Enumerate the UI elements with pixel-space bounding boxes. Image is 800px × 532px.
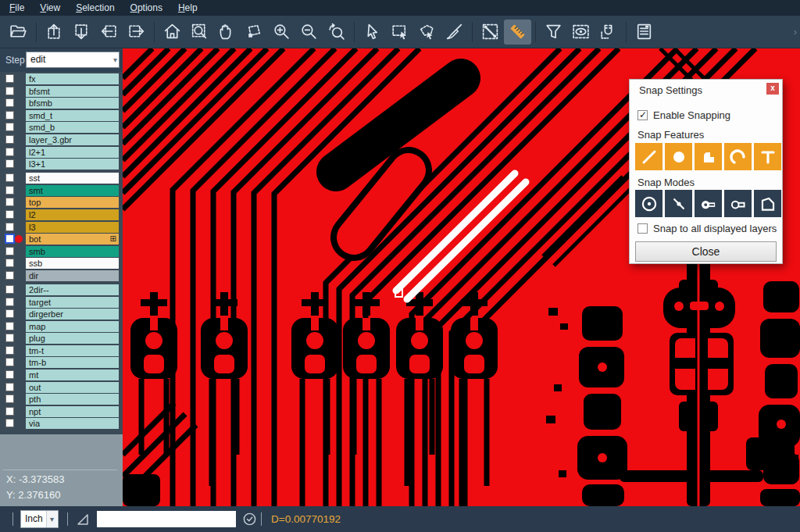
filter-icon[interactable] [540, 20, 567, 45]
snap-feature-pad-button[interactable] [695, 143, 722, 170]
layer-row-target[interactable]: target [0, 297, 123, 308]
enable-snapping-checkbox[interactable] [638, 110, 648, 120]
layer-visibility-checkbox[interactable] [5, 74, 14, 83]
layer-row-dirgerber[interactable]: dirgerber [0, 309, 123, 320]
units-select[interactable]: Inch ▾ [20, 510, 59, 528]
layer-row-l3+1[interactable]: l3+1 [0, 159, 123, 170]
layer-visibility-checkbox[interactable] [5, 334, 14, 342]
layer-visibility-checkbox[interactable] [5, 173, 14, 182]
display-options-eye-icon[interactable] [567, 20, 595, 45]
layer-visibility-checkbox[interactable] [5, 346, 14, 355]
zoom-previous-icon[interactable] [323, 20, 350, 45]
layer-visibility-checkbox[interactable] [5, 159, 14, 168]
chevron-down-icon[interactable]: ▾ [113, 52, 117, 67]
layer-row-pth[interactable]: pth [0, 394, 123, 405]
close-button[interactable]: Close [635, 241, 777, 262]
layer-row-mt[interactable]: mt [0, 370, 123, 380]
angle-corner-icon[interactable] [75, 512, 91, 530]
pan-left-icon[interactable] [95, 20, 123, 45]
layer-visibility-checkbox[interactable] [5, 395, 14, 403]
open-file-icon[interactable] [5, 20, 32, 45]
clear-highlight-brush-icon[interactable] [441, 20, 468, 45]
layer-visibility-checkbox[interactable] [5, 407, 14, 416]
layer-row-fx[interactable]: fx [0, 73, 123, 84]
menu-options[interactable]: Options [123, 0, 170, 16]
layer-visibility-checkbox[interactable] [5, 383, 14, 391]
menu-selection[interactable]: Selection [68, 0, 122, 16]
layer-row-via[interactable]: via [0, 418, 123, 429]
layer-visibility-checkbox[interactable] [5, 247, 14, 255]
layer-row-dir[interactable]: dir [0, 270, 123, 281]
zoom-out-icon[interactable] [295, 20, 323, 45]
layer-row-tm-t[interactable]: tm-t [0, 345, 123, 356]
select-polygon-icon[interactable] [413, 20, 441, 45]
close-icon[interactable]: x [766, 83, 779, 95]
menu-view[interactable]: View [32, 0, 68, 16]
snap-feature-arc-button[interactable] [724, 143, 752, 170]
layer-visibility-checkbox[interactable] [5, 322, 14, 330]
menu-file[interactable]: File [2, 0, 32, 16]
layer-visibility-checkbox[interactable] [5, 148, 14, 156]
layer-visibility-checkbox[interactable] [5, 111, 14, 120]
all-layers-checkbox[interactable] [638, 223, 648, 234]
layer-visibility-checkbox[interactable] [5, 370, 14, 379]
zoom-home-icon[interactable] [159, 20, 186, 45]
zoom-profile-icon[interactable] [241, 20, 268, 45]
layer-row-smt[interactable]: smt [0, 185, 123, 196]
chevron-down-icon[interactable]: ▾ [46, 511, 57, 527]
layer-visibility-checkbox[interactable] [5, 135, 14, 144]
snap-feature-text-button[interactable] [754, 143, 781, 170]
step-select[interactable]: edit ▾ [26, 52, 120, 68]
layer-visibility-checkbox[interactable] [5, 298, 14, 306]
layer-row-top[interactable]: top [0, 197, 123, 208]
snap-magnet-icon[interactable] [595, 20, 622, 45]
layer-visibility-checkbox[interactable] [5, 358, 14, 366]
pan-hand-icon[interactable] [213, 20, 241, 45]
measure-point-to-point-icon[interactable] [477, 20, 504, 45]
layer-row-sst[interactable]: sst [0, 173, 123, 184]
pan-up-icon[interactable] [41, 20, 68, 45]
layer-visibility-checkbox[interactable] [5, 223, 14, 231]
layer-visibility-checkbox[interactable] [5, 259, 14, 267]
layer-visibility-checkbox[interactable] [5, 210, 14, 219]
layer-row-bfsmt[interactable]: bfsmt [0, 86, 123, 97]
layer-row-2dir--[interactable]: 2dir-- [0, 284, 123, 295]
layer-visibility-checkbox[interactable] [5, 87, 14, 95]
measure-input[interactable] [97, 511, 236, 527]
zoom-window-icon[interactable] [186, 20, 213, 45]
snap-mode-pad-outline-button[interactable] [724, 190, 752, 217]
layer-row-bot[interactable]: bot⊞ [0, 234, 123, 245]
layer-visibility-checkbox[interactable] [5, 234, 15, 244]
select-rectangle-icon[interactable] [386, 20, 413, 45]
layer-row-l2+1[interactable]: l2+1 [0, 147, 123, 158]
select-pointer-icon[interactable] [359, 20, 386, 45]
layer-visibility-checkbox[interactable] [5, 123, 14, 131]
layer-visibility-checkbox[interactable] [5, 198, 14, 206]
grid-icon[interactable]: ⊞ [110, 234, 116, 245]
layer-row-map[interactable]: map [0, 321, 123, 332]
layer-row-out[interactable]: out [0, 382, 123, 393]
layer-visibility-checkbox[interactable] [5, 271, 14, 280]
layer-row-tm-b[interactable]: tm-b [0, 357, 123, 368]
layer-visibility-checkbox[interactable] [5, 186, 14, 195]
snap-mode-corner-button[interactable] [754, 190, 781, 217]
pan-right-icon[interactable] [123, 20, 150, 45]
layer-row-bfsmb[interactable]: bfsmb [0, 98, 123, 109]
layer-visibility-checkbox[interactable] [5, 309, 14, 318]
toolbar-overflow-icon[interactable]: › [794, 26, 797, 37]
layer-row-ssb[interactable]: ssb [0, 258, 123, 269]
zoom-in-icon[interactable] [268, 20, 295, 45]
apply-check-icon[interactable] [242, 512, 257, 530]
layer-row-l3[interactable]: l3 [0, 222, 123, 233]
pan-down-icon[interactable] [68, 20, 95, 45]
snap-mode-pad-origin-button[interactable] [695, 190, 722, 217]
layer-row-npt[interactable]: npt [0, 406, 123, 417]
layer-row-layer_3.gbr[interactable]: layer_3.gbr [0, 134, 123, 145]
snap-feature-circle-button[interactable] [665, 143, 692, 170]
layer-row-plug[interactable]: plug [0, 333, 123, 344]
layer-visibility-checkbox[interactable] [5, 419, 14, 427]
snap-mode-midpoint-button[interactable] [665, 190, 692, 217]
layer-row-smd_b[interactable]: smd_b [0, 122, 123, 133]
layer-row-smd_t[interactable]: smd_t [0, 110, 123, 121]
report-list-icon[interactable] [630, 20, 658, 45]
